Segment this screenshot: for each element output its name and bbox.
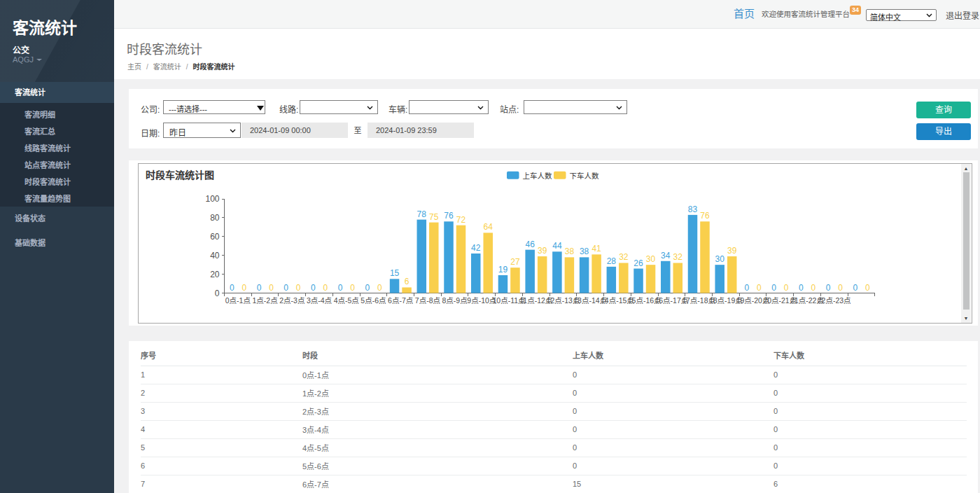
svg-text:78: 78 xyxy=(417,209,427,219)
svg-text:0: 0 xyxy=(771,283,776,293)
svg-text:19: 19 xyxy=(498,265,508,275)
svg-text:0: 0 xyxy=(377,283,382,293)
svg-text:0: 0 xyxy=(826,283,831,293)
svg-text:0: 0 xyxy=(811,283,816,293)
svg-text:27: 27 xyxy=(510,257,520,267)
svg-text:5点-6点: 5点-6点 xyxy=(360,296,386,305)
svg-text:0: 0 xyxy=(230,283,234,293)
svg-text:39: 39 xyxy=(727,246,737,256)
svg-text:26: 26 xyxy=(634,258,643,268)
svg-text:100: 100 xyxy=(205,194,219,204)
svg-text:0: 0 xyxy=(323,283,328,293)
svg-text:38: 38 xyxy=(580,246,589,256)
svg-text:60: 60 xyxy=(210,232,220,242)
svg-text:6点-7点: 6点-7点 xyxy=(388,296,413,305)
svg-text:64: 64 xyxy=(484,222,493,232)
svg-text:30: 30 xyxy=(715,254,725,264)
svg-text:0: 0 xyxy=(215,289,220,298)
svg-text:0: 0 xyxy=(269,283,274,293)
svg-text:上车人数: 上车人数 xyxy=(523,172,552,180)
svg-text:0: 0 xyxy=(853,283,858,293)
svg-text:34: 34 xyxy=(661,251,671,261)
svg-text:6: 6 xyxy=(405,277,410,286)
svg-text:0: 0 xyxy=(257,283,262,293)
svg-text:46: 46 xyxy=(525,239,535,249)
svg-text:0: 0 xyxy=(284,283,288,293)
svg-text:80: 80 xyxy=(210,213,220,223)
svg-text:1点-2点: 1点-2点 xyxy=(252,296,277,305)
svg-text:0: 0 xyxy=(241,283,246,293)
svg-text:32: 32 xyxy=(673,252,683,262)
svg-text:0: 0 xyxy=(784,283,789,293)
svg-text:0: 0 xyxy=(757,283,762,293)
svg-text:0: 0 xyxy=(311,283,316,293)
svg-text:30: 30 xyxy=(646,254,656,264)
svg-text:75: 75 xyxy=(429,212,439,222)
svg-text:15: 15 xyxy=(390,268,400,278)
svg-text:39: 39 xyxy=(538,246,547,256)
svg-text:72: 72 xyxy=(456,215,466,225)
svg-text:83: 83 xyxy=(688,204,698,214)
svg-text:76: 76 xyxy=(700,211,710,221)
svg-text:0: 0 xyxy=(745,283,750,293)
svg-text:40: 40 xyxy=(210,251,220,261)
svg-text:32: 32 xyxy=(619,252,629,262)
svg-text:4点-5点: 4点-5点 xyxy=(334,296,359,305)
svg-text:20: 20 xyxy=(210,270,220,279)
svg-text:8点-9点: 8点-9点 xyxy=(442,296,468,305)
svg-text:下车人数: 下车人数 xyxy=(570,172,599,180)
svg-text:7点-8点: 7点-8点 xyxy=(415,296,440,305)
svg-text:0点-1点: 0点-1点 xyxy=(225,296,251,305)
svg-text:0: 0 xyxy=(296,283,301,293)
svg-text:0: 0 xyxy=(865,283,870,293)
svg-text:22点-23点: 22点-23点 xyxy=(818,296,851,305)
svg-text:0: 0 xyxy=(350,283,355,293)
svg-text:44: 44 xyxy=(552,241,562,251)
svg-text:0: 0 xyxy=(838,283,843,293)
svg-text:42: 42 xyxy=(471,243,481,253)
svg-text:38: 38 xyxy=(565,246,575,256)
svg-text:28: 28 xyxy=(607,256,617,266)
svg-text:41: 41 xyxy=(592,244,601,254)
svg-text:2点-3点: 2点-3点 xyxy=(279,296,304,305)
svg-text:0: 0 xyxy=(799,283,804,293)
svg-text:3点-4点: 3点-4点 xyxy=(307,296,332,305)
svg-text:0: 0 xyxy=(365,283,370,293)
svg-text:76: 76 xyxy=(444,211,454,221)
svg-text:0: 0 xyxy=(338,283,343,293)
